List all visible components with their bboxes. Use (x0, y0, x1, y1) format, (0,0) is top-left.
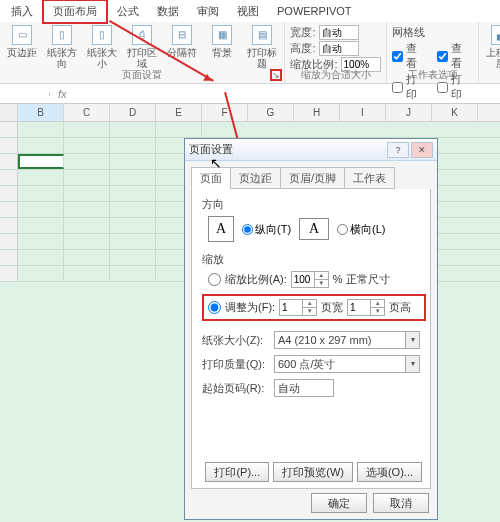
orientation-label: 方向 (202, 197, 420, 212)
headings-view-check[interactable] (437, 51, 448, 62)
name-box[interactable] (0, 92, 50, 96)
fit-width-spinner[interactable]: ▲▼ (279, 299, 317, 316)
dialog-panel: 方向 A 纵向(T) A 横向(L) 缩放 缩放比例(A): ▲▼ % 正常尺寸… (191, 189, 431, 489)
scaling-label: 缩放 (202, 252, 420, 267)
scale-to-fit-label: 缩放为合适大小 (285, 68, 386, 82)
paper-size-combo[interactable]: A4 (210 x 297 mm)▾ (274, 331, 420, 349)
column-headers: BCDEFGHIJK (0, 104, 500, 122)
dialog-tab-header-footer[interactable]: 页眉/页脚 (280, 167, 345, 189)
fit-to-radio[interactable] (208, 301, 221, 314)
dialog-tab-sheet[interactable]: 工作表 (344, 167, 395, 189)
print-button[interactable]: 打印(P)... (205, 462, 269, 482)
print-titles-icon: ▤ (252, 25, 272, 45)
fit-height-spinner[interactable]: ▲▼ (347, 299, 385, 316)
dialog-tab-page[interactable]: 页面 (191, 167, 231, 189)
tab-insert[interactable]: 插入 (2, 1, 42, 22)
tab-page-layout[interactable]: 页面布局 (42, 0, 108, 24)
orientation-icon: ▯ (52, 25, 72, 45)
print-titles-button[interactable]: ▤打印标题 (245, 25, 279, 69)
dialog-title: 页面设置 (189, 142, 385, 157)
margins-icon: ▭ (12, 25, 32, 45)
group-page-setup: ▭页边距 ▯纸张方向 ▯纸张大小 ⎙打印区域 ⊟分隔符 ▦背景 ▤打印标题 页面… (0, 22, 285, 83)
help-button[interactable]: ? (387, 142, 409, 158)
options-button[interactable]: 选项(O)... (357, 462, 422, 482)
landscape-radio[interactable] (337, 224, 348, 235)
page-setup-launcher[interactable]: ↘ (270, 69, 282, 81)
first-page-input[interactable]: 自动 (274, 379, 334, 397)
close-button[interactable]: ✕ (411, 142, 433, 158)
size-button[interactable]: ▯纸张大小 (85, 25, 119, 69)
scale-spinner[interactable]: ▲▼ (291, 271, 329, 288)
group-arrange: ▞上移一层 ▚下移一层 (479, 22, 500, 83)
print-quality-combo[interactable]: 600 点/英寸▾ (274, 355, 420, 373)
fx-label: fx (50, 88, 75, 100)
tab-formulas[interactable]: 公式 (108, 1, 148, 22)
background-button[interactable]: ▦背景 (205, 25, 239, 69)
tab-data[interactable]: 数据 (148, 1, 188, 22)
sheet-options-label: 工作表选项 (387, 68, 478, 82)
selected-cell[interactable] (18, 154, 64, 169)
gridlines-print-check[interactable] (392, 82, 403, 93)
tab-view[interactable]: 视图 (228, 1, 268, 22)
cancel-button[interactable]: 取消 (373, 493, 429, 513)
tab-powerpivot[interactable]: POWERPIVOT (268, 2, 361, 20)
ribbon-tabs: 插入 页面布局 公式 数据 审阅 视图 POWERPIVOT (0, 0, 500, 22)
dialog-titlebar[interactable]: 页面设置 ? ✕ (185, 139, 437, 161)
bring-forward-icon: ▞ (491, 25, 500, 45)
ribbon: ▭页边距 ▯纸张方向 ▯纸张大小 ⎙打印区域 ⊟分隔符 ▦背景 ▤打印标题 页面… (0, 22, 500, 84)
portrait-radio[interactable] (242, 224, 253, 235)
tab-review[interactable]: 审阅 (188, 1, 228, 22)
portrait-icon: A (208, 216, 234, 242)
ok-button[interactable]: 确定 (311, 493, 367, 513)
bring-forward-button[interactable]: ▞上移一层 (484, 25, 500, 69)
group-scale-to-fit: 宽度: 高度: 缩放比例: 缩放为合适大小 (285, 22, 387, 83)
dialog-tabs: 页面 页边距 页眉/页脚 工作表 (191, 167, 431, 189)
page-setup-group-label: 页面设置 (0, 68, 284, 82)
orientation-button[interactable]: ▯纸张方向 (45, 25, 79, 69)
size-icon: ▯ (92, 25, 112, 45)
page-setup-dialog: 页面设置 ? ✕ 页面 页边距 页眉/页脚 工作表 方向 A 纵向(T) A 横… (184, 138, 438, 520)
print-preview-button[interactable]: 打印预览(W) (273, 462, 353, 482)
landscape-icon: A (299, 218, 329, 240)
margins-button[interactable]: ▭页边距 (5, 25, 39, 69)
group-sheet-options: 网格线 查看 查看 打印 打印 工作表选项 (387, 22, 479, 83)
height-input[interactable] (319, 41, 359, 56)
breaks-icon: ⊟ (172, 25, 192, 45)
adjust-to-radio[interactable] (208, 273, 221, 286)
width-input[interactable] (319, 25, 359, 40)
background-icon: ▦ (212, 25, 232, 45)
headings-print-check[interactable] (437, 82, 448, 93)
gridlines-view-check[interactable] (392, 51, 403, 62)
dialog-tab-margins[interactable]: 页边距 (230, 167, 281, 189)
